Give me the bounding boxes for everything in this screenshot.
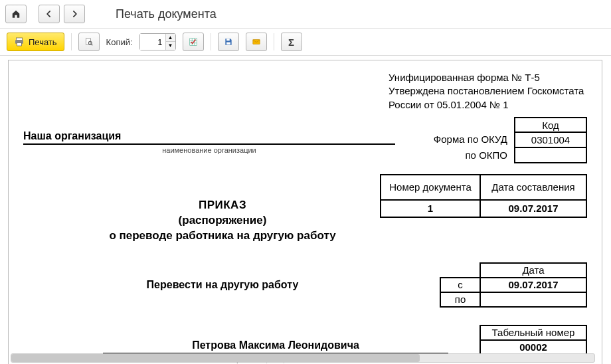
app-window: Печать документа Печать Копий: ▲ ▼ [0, 0, 611, 364]
order-line-2: (распоряжение) [50, 213, 395, 228]
tabnum-table: Табельный номер 00002 [480, 325, 587, 355]
save-icon [224, 37, 233, 46]
arrow-right-icon [70, 9, 79, 19]
copies-input[interactable] [140, 34, 165, 50]
docdate-value: 09.07.2017 [480, 200, 586, 217]
docdate-header: Дата составления [480, 175, 586, 200]
back-button[interactable] [39, 5, 60, 23]
window-title: Печать документа [116, 7, 217, 21]
separator [211, 33, 211, 50]
grid-check-icon [189, 37, 198, 46]
order-line-3: о переводе работника на другую работу [50, 228, 395, 244]
horizontal-scrollbar[interactable] [11, 353, 595, 363]
tabnum-header: Табельный номер [480, 325, 586, 340]
spin-down[interactable]: ▼ [166, 42, 175, 50]
sigma-icon: Σ [288, 37, 294, 48]
to-label: по [440, 292, 480, 307]
grid-settings-button[interactable] [183, 33, 204, 51]
print-button-label: Печать [29, 37, 57, 47]
docnum-table: Номер документа Дата составления 1 09.07… [380, 174, 587, 218]
transfer-label: Перевести на другую работу [50, 279, 395, 291]
document-viewport: Унифицированная форма № Т-5 Утверждена п… [0, 56, 611, 364]
printer-icon [14, 37, 25, 47]
order-line-1: ПРИКАЗ [50, 198, 395, 213]
form-line-3: России от 05.01.2004 № 1 [389, 98, 587, 112]
toolbar: Печать Копий: ▲ ▼ Σ [0, 28, 611, 56]
copies-label: Копий: [106, 37, 133, 47]
separator [71, 33, 72, 50]
svg-rect-2 [17, 43, 22, 46]
date-range-table: Дата с 09.07.2017 по [440, 262, 587, 308]
sigma-button[interactable]: Σ [281, 33, 302, 51]
svg-rect-6 [226, 39, 230, 41]
svg-rect-0 [16, 38, 22, 40]
code-header: Код [515, 118, 586, 133]
tabnum-value: 00002 [480, 340, 586, 355]
preview-button[interactable] [78, 33, 100, 51]
mail-icon [252, 37, 261, 46]
home-icon [11, 9, 21, 19]
form-line-2: Утверждена постановлением Госкомстата [389, 84, 587, 98]
organization-name: Наша организация [23, 130, 395, 145]
home-button[interactable] [5, 5, 27, 23]
form-line-1: Унифицированная форма № Т-5 [389, 71, 587, 84]
employee-name: Петрова Максима Леонидовича [103, 339, 448, 354]
code-table: Код 0301004 [514, 117, 587, 163]
document-page: Унифицированная форма № Т-5 Утверждена п… [8, 60, 602, 364]
docnum-value: 1 [381, 200, 480, 217]
date-range-header: Дата [480, 263, 586, 278]
preview-icon [84, 37, 94, 46]
to-value [480, 292, 586, 307]
forward-button[interactable] [64, 5, 85, 23]
arrow-left-icon [44, 9, 54, 19]
title-bar: Печать документа [0, 0, 611, 28]
copies-stepper[interactable]: ▲ ▼ [139, 33, 176, 50]
okpo-value [515, 147, 586, 163]
copies-spinner: ▲ ▼ [165, 34, 175, 50]
form-header: Унифицированная форма № Т-5 Утверждена п… [389, 71, 587, 112]
scrollbar-thumb[interactable] [11, 354, 420, 362]
from-value: 09.07.2017 [480, 278, 586, 292]
save-button[interactable] [218, 33, 239, 51]
svg-rect-8 [252, 40, 260, 45]
okud-label: Форма по ОКУД [434, 132, 507, 147]
docnum-header: Номер документа [381, 175, 480, 200]
separator [274, 33, 274, 50]
from-label: с [440, 278, 480, 292]
mail-button[interactable] [246, 33, 267, 51]
print-button[interactable]: Печать [7, 33, 64, 51]
order-title-block: ПРИКАЗ (распоряжение) о переводе работни… [50, 198, 395, 244]
svg-rect-7 [226, 43, 230, 45]
okud-value: 0301004 [515, 132, 586, 147]
spin-up[interactable]: ▲ [166, 34, 175, 42]
transfer-row: Перевести на другую работу Дата с 09.07.… [23, 262, 587, 308]
okpo-label: по ОКПО [466, 147, 508, 163]
